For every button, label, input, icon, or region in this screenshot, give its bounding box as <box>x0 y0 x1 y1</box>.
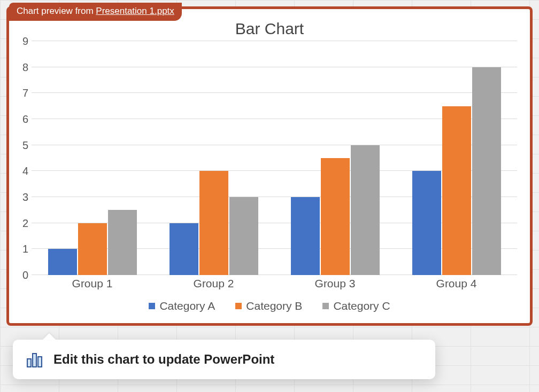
bar <box>229 197 258 275</box>
bar <box>472 67 501 275</box>
svg-rect-2 <box>38 357 42 367</box>
bars-region <box>32 41 517 275</box>
legend-label: Category B <box>246 300 302 312</box>
y-tick-label: 0 <box>22 269 28 281</box>
x-tick-label: Group 4 <box>396 275 517 293</box>
bar <box>351 145 380 275</box>
x-tick-label: Group 2 <box>153 275 274 293</box>
bar <box>199 171 228 275</box>
chart-title: Bar Chart <box>17 20 522 38</box>
y-tick-label: 5 <box>22 139 28 151</box>
legend-swatch <box>149 303 155 309</box>
preview-prefix-text: Chart preview from <box>17 6 96 16</box>
callout-text: Edit this chart to update PowerPoint <box>53 352 274 367</box>
legend-item: Category A <box>149 300 215 312</box>
bar <box>321 158 350 275</box>
legend: Category ACategory BCategory C <box>17 300 522 312</box>
y-tick-label: 2 <box>22 217 28 229</box>
chart-container[interactable]: Bar Chart 0123456789 Group 1Group 2Group… <box>17 17 522 316</box>
bar <box>48 249 77 275</box>
legend-item: Category C <box>322 300 390 312</box>
bar-group <box>396 41 517 275</box>
bar <box>170 223 198 275</box>
legend-swatch <box>235 303 242 309</box>
x-tick-label: Group 3 <box>274 275 396 293</box>
bar-group <box>274 41 396 275</box>
bar-group <box>32 41 153 275</box>
legend-label: Category A <box>159 300 215 312</box>
bar <box>442 106 471 275</box>
x-tick-label: Group 1 <box>32 275 153 293</box>
y-tick-label: 4 <box>22 165 28 177</box>
y-tick-label: 9 <box>22 35 28 48</box>
y-tick-label: 6 <box>22 113 28 126</box>
y-tick-label: 7 <box>22 87 28 99</box>
svg-rect-0 <box>27 359 31 367</box>
bar <box>291 197 320 275</box>
bar <box>108 210 137 275</box>
x-axis-labels: Group 1Group 2Group 3Group 4 <box>32 275 517 293</box>
y-tick-label: 8 <box>22 61 28 73</box>
bar <box>412 171 441 275</box>
y-tick-label: 3 <box>22 191 28 203</box>
bar-chart-icon <box>26 350 44 369</box>
bar <box>78 223 107 275</box>
y-axis: 0123456789 <box>17 41 32 275</box>
bar-group <box>153 41 274 275</box>
y-tick-label: 1 <box>22 243 28 255</box>
chart-preview-tag: Chart preview from Presentation 1.pptx <box>9 3 182 21</box>
plot-area: 0123456789 Group 1Group 2Group 3Group 4 <box>32 41 517 293</box>
legend-item: Category B <box>235 300 302 312</box>
edit-chart-callout[interactable]: Edit this chart to update PowerPoint <box>13 340 435 379</box>
presentation-filename-link[interactable]: Presentation 1.pptx <box>96 6 174 16</box>
legend-swatch <box>322 303 329 309</box>
svg-rect-1 <box>33 354 36 367</box>
legend-label: Category C <box>333 300 390 312</box>
chart-preview-card: Chart preview from Presentation 1.pptx B… <box>6 6 533 326</box>
